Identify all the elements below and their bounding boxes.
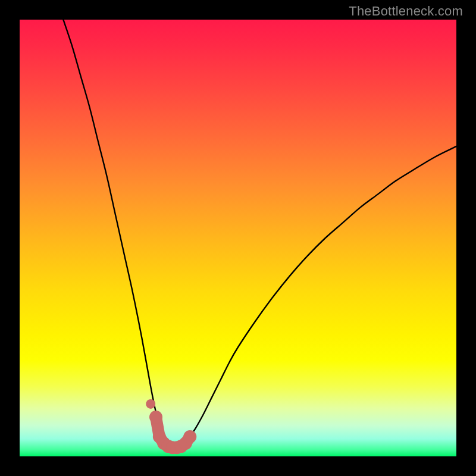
bottleneck-curve bbox=[63, 20, 456, 448]
svg-point-1 bbox=[149, 411, 162, 424]
highlight-marker bbox=[146, 399, 196, 454]
svg-point-9 bbox=[183, 430, 196, 443]
plot-area bbox=[20, 20, 456, 456]
svg-point-0 bbox=[146, 399, 155, 409]
chart-frame: TheBottleneck.com bbox=[0, 0, 476, 476]
curve-layer bbox=[20, 20, 456, 456]
attribution-watermark: TheBottleneck.com bbox=[349, 4, 463, 19]
